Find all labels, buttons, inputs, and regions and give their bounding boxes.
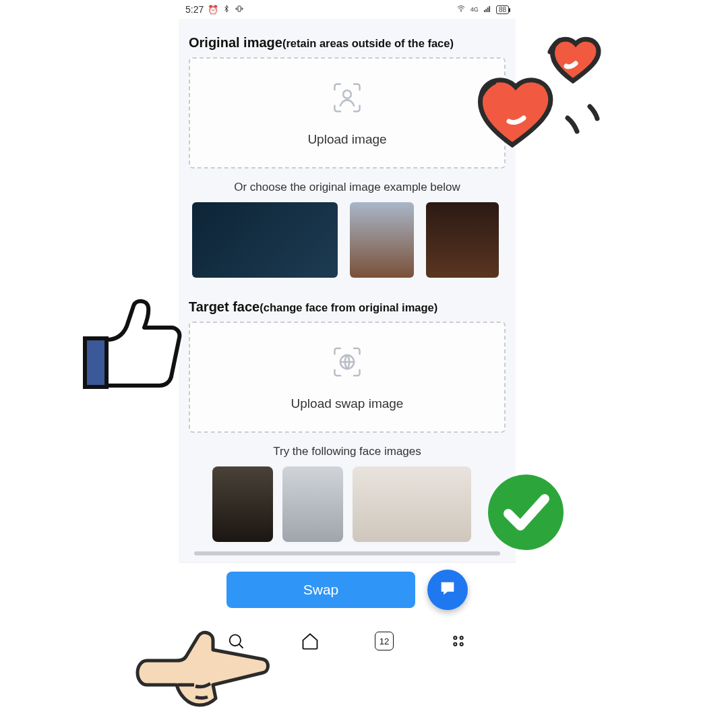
face-globe-scan-icon [329, 344, 365, 383]
pointing-hand-sticker [135, 620, 270, 715]
target-upload-area[interactable]: Upload swap image [189, 322, 506, 433]
original-upload-area[interactable]: Upload image [189, 57, 506, 169]
horizontal-scrollbar[interactable] [194, 551, 500, 555]
phone-frame: 5:27 ⏰ 4G 88 Original imag [179, 0, 516, 660]
chat-icon [438, 579, 457, 601]
green-check-sticker [485, 472, 566, 553]
svg-rect-3 [485, 9, 487, 12]
nav-tabs-icon[interactable]: 12 [374, 631, 394, 651]
battery-indicator: 88 [496, 5, 509, 14]
vibrate-icon [235, 5, 244, 15]
face-scan-icon [329, 80, 365, 119]
status-bar: 5:27 ⏰ 4G 88 [179, 0, 516, 19]
svg-rect-2 [484, 10, 485, 12]
swap-button[interactable]: Swap [226, 572, 415, 608]
svg-point-9 [454, 636, 456, 639]
svg-rect-4 [487, 7, 489, 12]
bluetooth-icon [222, 5, 231, 15]
nav-menu-icon[interactable] [448, 631, 468, 651]
original-examples-prompt: Or choose the original image example bel… [189, 181, 506, 194]
target-face-heading: Target face(change face from original im… [189, 299, 506, 315]
hearts-sticker [472, 27, 607, 162]
network-type: 4G [471, 6, 479, 13]
example-original-3[interactable] [426, 202, 499, 278]
original-examples-row [189, 202, 506, 290]
target-examples-row [189, 466, 506, 549]
svg-rect-5 [489, 6, 490, 12]
svg-point-1 [460, 11, 461, 11]
original-image-heading: Original image(retain areas outside of t… [189, 35, 506, 51]
status-time: 5:27 [185, 4, 204, 15]
original-upload-label: Upload image [307, 132, 386, 147]
svg-point-14 [488, 475, 564, 550]
thumbs-up-sticker [81, 290, 189, 398]
svg-point-10 [460, 636, 463, 639]
action-bar: Swap [179, 562, 516, 622]
svg-rect-0 [238, 6, 241, 11]
example-face-2[interactable] [282, 466, 343, 542]
signal-icon [483, 5, 492, 15]
example-original-1[interactable] [192, 202, 338, 278]
example-face-3[interactable] [353, 466, 471, 542]
chat-fab[interactable] [427, 570, 468, 610]
svg-rect-13 [85, 338, 107, 387]
target-examples-prompt: Try the following face images [189, 445, 506, 458]
example-face-1[interactable] [212, 466, 273, 542]
target-upload-label: Upload swap image [291, 396, 404, 411]
wifi-icon [456, 5, 466, 15]
svg-point-6 [343, 90, 351, 98]
nav-home-icon[interactable] [300, 631, 320, 651]
alarm-icon: ⏰ [208, 5, 218, 15]
svg-point-11 [454, 643, 456, 646]
svg-point-12 [460, 643, 463, 646]
example-original-2[interactable] [350, 202, 414, 278]
